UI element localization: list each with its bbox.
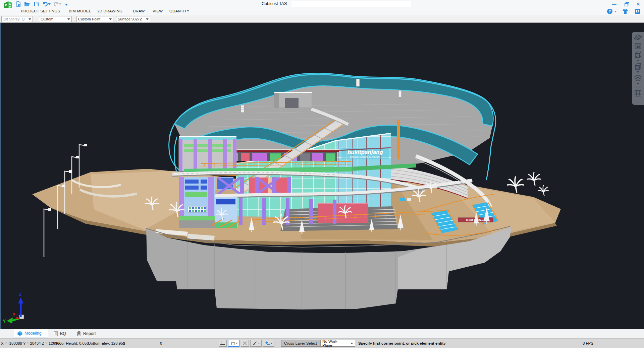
snap-mode-button[interactable] <box>228 340 239 347</box>
angle-icon <box>252 341 258 346</box>
menu-view[interactable]: VIEW <box>153 9 163 13</box>
window-title: Cubicost TAS <box>262 1 287 6</box>
tab-report[interactable]: Report <box>74 329 99 338</box>
plus-bar-icon <box>265 341 270 346</box>
wireframe-view-caret[interactable] <box>637 60 639 61</box>
viewport-left-edge <box>0 23 1 329</box>
command-prompt: Specify first corner point, or pick elem… <box>358 341 446 345</box>
element-type-select[interactable]: Custom <box>39 16 72 22</box>
work-plane-select[interactable]: No Work Plane <box>320 340 355 347</box>
restore-icon <box>625 2 628 6</box>
menu-draw[interactable]: DRAW <box>133 9 145 13</box>
chevron-down-icon <box>29 18 31 20</box>
save-button[interactable] <box>33 1 40 7</box>
tool-panel-divider <box>634 87 642 87</box>
count-a: 2 <box>123 341 125 345</box>
combo-toolbar: 1st Storey_Q Custom Custom Point Surface… <box>0 15 644 23</box>
cross-layer-select-button[interactable]: Cross-Layer Select <box>281 340 320 347</box>
fps-readout: 8 FPS <box>583 341 593 345</box>
orbit-icon <box>634 34 642 41</box>
snap-rect-icon <box>230 341 235 346</box>
wireframe-cube-icon <box>634 51 642 59</box>
floor-height-readout: Floor Height: 0.050 <box>56 341 89 345</box>
download-icon <box>635 9 640 14</box>
tab-bq-label: BQ <box>60 331 66 336</box>
help-button[interactable]: ? <box>607 9 617 14</box>
tab-report-label: Report <box>83 331 96 336</box>
titlebar-field <box>291 1 411 7</box>
bq-document-icon <box>54 331 58 336</box>
help-icon: ? <box>607 9 612 14</box>
help-caret[interactable] <box>614 11 617 12</box>
customize-toolbar-button[interactable] <box>63 1 70 7</box>
cross-icon <box>243 341 247 346</box>
bottom-tabbar: Modeling BQ Report <box>0 329 644 339</box>
angle-snap-button[interactable] <box>250 340 262 347</box>
menubar: PROJECT SETTINGS BIM MODEL 2D DRAWING DR… <box>0 8 644 15</box>
menu-project-settings[interactable]: PROJECT SETTINGS <box>21 9 60 13</box>
axis-z-label: Z <box>19 292 22 297</box>
restore-button[interactable] <box>621 0 631 8</box>
intersection-snap-button[interactable] <box>241 340 249 347</box>
chevron-down-icon <box>271 343 273 344</box>
view-2d-icon: 2D <box>634 43 642 50</box>
menu-2d-drawing[interactable]: 2D DRAWING <box>97 9 122 13</box>
ortho-icon <box>220 341 225 346</box>
layers-icon <box>634 75 642 82</box>
redo-history-caret[interactable] <box>58 1 62 7</box>
tab-modeling[interactable]: Modeling <box>14 329 48 338</box>
report-clipboard-icon <box>77 331 81 336</box>
sign-line2: hawker center & market <box>350 155 380 159</box>
viewport: bukitpanjang hawker center & market <box>0 23 644 329</box>
axis-gizmo: Z Y X <box>3 292 24 324</box>
orange-column <box>397 120 400 159</box>
tab-bq[interactable]: BQ <box>50 329 69 338</box>
axis-y-label: Y <box>3 319 6 324</box>
chevron-down-icon <box>146 18 149 20</box>
cubicost-tas-window: Cubicost TAS — ✕ PROJECT SETTINGS BIM MO… <box>0 0 644 348</box>
wireframe-view-button[interactable] <box>633 51 643 59</box>
element-checklist-button[interactable] <box>633 89 643 97</box>
layers-button[interactable] <box>633 74 643 83</box>
solid-view-button[interactable] <box>633 62 643 71</box>
menu-quantity[interactable]: QUANTITY <box>169 9 190 13</box>
download-button[interactable] <box>635 9 640 14</box>
tab-modeling-label: Modeling <box>24 331 42 336</box>
theme-button[interactable] <box>622 9 628 14</box>
chevron-down-icon <box>258 343 260 344</box>
storey-select[interactable]: 1st Storey_Q <box>1 16 33 22</box>
model-canvas[interactable]: bukitpanjang hawker center & market <box>0 23 644 329</box>
statusbar: X = -160388 Y = 28434 Z = 126950 Floor H… <box>0 339 644 348</box>
menu-bim-model[interactable]: BIM MODEL <box>69 9 91 13</box>
view-2d-button[interactable]: 2D <box>633 42 643 51</box>
modeling-cube-icon <box>17 331 22 336</box>
view-tool-panel: 2D <box>632 32 644 105</box>
open-project-button[interactable] <box>23 1 31 7</box>
point-type-select[interactable]: Custom Point <box>76 16 113 22</box>
tshirt-icon <box>622 9 628 14</box>
new-project-button[interactable] <box>15 1 22 7</box>
axis-x-label: X <box>13 312 15 316</box>
minimize-button[interactable]: — <box>609 0 619 8</box>
bottom-elev-readout: Bottom Elev: 126.950 <box>88 341 125 345</box>
svg-text:2D: 2D <box>637 46 640 49</box>
reference-point-button[interactable] <box>263 340 274 347</box>
chevron-down-icon <box>67 18 70 20</box>
layers-caret[interactable] <box>637 83 639 85</box>
undo-history-caret[interactable] <box>47 1 51 7</box>
chevron-down-icon <box>109 18 112 20</box>
titlebar: Cubicost TAS — ✕ <box>0 0 644 8</box>
solid-cube-icon <box>634 63 642 71</box>
chevron-down-icon <box>236 343 238 344</box>
checklist-icon <box>634 89 642 97</box>
chevron-down-icon <box>351 343 353 344</box>
count-b: 0 <box>160 341 162 345</box>
surface-select[interactable]: Surface:90272 <box>116 16 150 22</box>
ortho-mode-button[interactable] <box>219 340 227 347</box>
orbit-tool-button[interactable] <box>633 33 643 42</box>
cursor-coordinates: X = -160388 Y = 28434 Z = 126950 <box>1 341 61 345</box>
close-button[interactable]: ✕ <box>633 0 643 8</box>
solid-view-caret[interactable] <box>637 71 639 73</box>
